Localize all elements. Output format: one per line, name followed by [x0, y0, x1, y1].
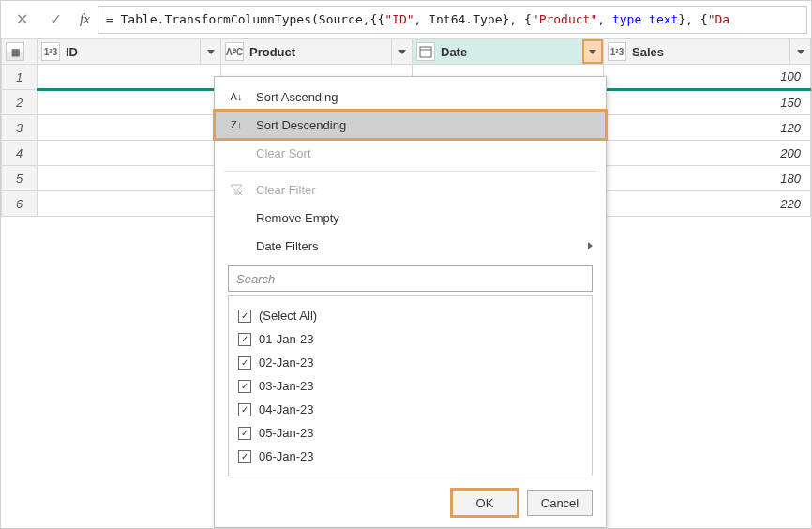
formula-token: , [597, 12, 612, 26]
formula-token: Table.TransformColumnTypes(Source,{{ [120, 12, 384, 26]
filter-value-label: (Select All) [259, 309, 317, 323]
cell-id[interactable] [38, 166, 221, 191]
row-number: 2 [2, 90, 38, 115]
corner-cell[interactable]: ▦ [2, 39, 38, 65]
formula-token: "Da [708, 12, 729, 26]
filter-value-item[interactable]: ✓01-Jan-23 [238, 327, 582, 351]
accept-formula-button[interactable]: ✓ [38, 5, 72, 35]
cell-id[interactable] [38, 115, 221, 141]
filter-value-label: 01-Jan-23 [259, 332, 314, 346]
svg-rect-0 [420, 47, 431, 57]
row-number: 6 [2, 191, 38, 217]
clear-filter-icon [228, 181, 245, 198]
blank-icon [228, 237, 245, 254]
filter-value-item[interactable]: ✓06-Jan-23 [238, 445, 582, 468]
formula-input[interactable]: = Table.TransformColumnTypes(Source,{{ "… [98, 6, 807, 34]
checkbox-icon: ✓ [238, 310, 251, 323]
blank-icon [228, 144, 245, 161]
column-name: Date [439, 45, 579, 59]
filter-value-item[interactable]: ✓02-Jan-23 [238, 351, 582, 374]
checkbox-icon: ✓ [238, 403, 251, 416]
date-filters-item[interactable]: Date Filters [215, 232, 606, 260]
filter-value-label: 06-Jan-23 [259, 449, 314, 463]
formula-token: = [106, 12, 121, 26]
table-icon: ▦ [6, 42, 24, 61]
formula-token: "ID" [384, 12, 414, 26]
chevron-down-icon [589, 50, 596, 54]
formula-token: Int64.Type [429, 12, 502, 26]
filter-dropdown: A↓ Sort Ascending Z↓ Sort Descending Cle… [214, 76, 607, 528]
menu-label: Sort Ascending [256, 90, 338, 104]
menu-label: Sort Descending [256, 118, 346, 132]
checkbox-icon: ✓ [238, 356, 251, 370]
remove-empty-item[interactable]: Remove Empty [215, 204, 606, 232]
column-header-sales[interactable]: 1²3 Sales [604, 39, 811, 65]
cancel-button[interactable]: Cancel [527, 490, 593, 516]
chevron-down-icon [398, 50, 406, 54]
cell-sales[interactable]: 220 [604, 191, 811, 217]
sort-ascending-item[interactable]: A↓ Sort Ascending [215, 83, 606, 111]
row-number: 1 [2, 65, 38, 90]
sort-desc-icon: Z↓ [228, 116, 245, 133]
filter-value-label: 03-Jan-23 [259, 379, 314, 393]
cell-id[interactable] [38, 90, 221, 115]
cell-sales[interactable]: 150 [604, 90, 811, 115]
filter-value-list: ✓(Select All)✓01-Jan-23✓02-Jan-23✓03-Jan… [228, 295, 593, 476]
column-name: ID [64, 45, 196, 59]
formula-token: , [414, 12, 429, 26]
formula-token: type [612, 12, 641, 26]
submenu-arrow-icon [588, 242, 593, 249]
filter-value-item[interactable]: ✓03-Jan-23 [238, 374, 582, 398]
filter-value-label: 04-Jan-23 [259, 402, 314, 416]
formula-token [641, 12, 649, 26]
blank-icon [228, 209, 245, 226]
column-name: Sales [630, 45, 786, 59]
menu-label: Clear Sort [256, 146, 311, 160]
clear-filter-item: Clear Filter [215, 175, 606, 204]
filter-search-input[interactable]: Search [228, 265, 593, 292]
filter-button-id[interactable] [200, 39, 220, 64]
filter-value-item[interactable]: ✓05-Jan-23 [238, 421, 582, 445]
column-header-product[interactable]: AᴮC Product [221, 39, 413, 65]
checkbox-icon: ✓ [238, 450, 251, 463]
number-type-icon: 1²3 [41, 42, 60, 61]
menu-separator [224, 171, 596, 172]
filter-button-date[interactable] [582, 39, 603, 64]
row-number: 4 [2, 141, 38, 166]
column-header-date[interactable]: Date [413, 39, 604, 65]
filter-value-label: 02-Jan-23 [259, 355, 314, 370]
sort-asc-icon: A↓ [228, 88, 245, 105]
clear-sort-item: Clear Sort [215, 139, 606, 167]
cell-id[interactable] [38, 141, 221, 166]
filter-value-item[interactable]: ✓04-Jan-23 [238, 398, 582, 421]
cell-id[interactable] [38, 65, 221, 90]
fx-label: fx [72, 11, 98, 27]
cancel-formula-button[interactable]: ✕ [5, 5, 38, 35]
cell-sales[interactable]: 180 [604, 166, 811, 191]
number-type-icon: 1²3 [608, 42, 626, 61]
cell-id[interactable] [38, 191, 221, 217]
cell-sales[interactable]: 100 [604, 65, 811, 90]
text-type-icon: AᴮC [225, 42, 244, 61]
column-header-id[interactable]: 1²3 ID [38, 39, 221, 65]
formula-token: "Product" [532, 12, 597, 26]
row-number: 5 [2, 166, 38, 191]
checkbox-icon: ✓ [238, 380, 251, 393]
formula-bar: ✕ ✓ fx = Table.TransformColumnTypes(Sour… [1, 1, 811, 38]
filter-value-item[interactable]: ✓(Select All) [238, 304, 582, 327]
menu-label: Remove Empty [256, 211, 339, 225]
date-type-icon [416, 42, 435, 61]
checkbox-icon: ✓ [238, 333, 251, 346]
search-placeholder: Search [236, 272, 275, 286]
cell-sales[interactable]: 120 [604, 115, 811, 141]
column-name: Product [248, 45, 387, 59]
filter-button-sales[interactable] [789, 39, 810, 64]
sort-descending-item[interactable]: Z↓ Sort Descending [215, 111, 606, 139]
filter-button-product[interactable] [391, 39, 412, 64]
filter-value-label: 05-Jan-23 [259, 426, 314, 440]
ok-button[interactable]: OK [452, 490, 518, 516]
cell-sales[interactable]: 200 [604, 141, 811, 166]
menu-label: Clear Filter [256, 183, 316, 197]
formula-token: }, { [503, 12, 532, 26]
menu-label: Date Filters [256, 239, 318, 253]
